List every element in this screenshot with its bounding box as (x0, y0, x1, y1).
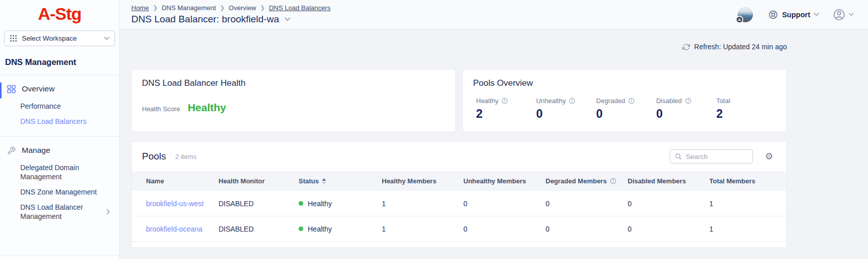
total-members-cell: 1 (709, 225, 786, 233)
stat-value: 0 (596, 107, 656, 121)
pool-name-link[interactable]: brookfield-oceana (146, 225, 202, 233)
info-icon[interactable] (569, 98, 575, 104)
workspace-avatar[interactable] (738, 7, 753, 22)
breadcrumb-separator-icon: ❯ (153, 5, 158, 11)
main-content: Refresh: Updated 24 min ago DNS Load Bal… (120, 29, 868, 259)
search-input[interactable] (686, 153, 748, 160)
workspace-selector[interactable]: Select Workspace (4, 30, 115, 46)
pool-name-link[interactable]: brookfield-us-west (146, 200, 204, 208)
stat-value: 0 (656, 107, 716, 121)
breadcrumb-link[interactable]: DNS Load Balancers (269, 4, 330, 12)
refresh-label: Refresh: Updated 24 min ago (694, 43, 787, 51)
stat-value: 2 (476, 107, 536, 121)
user-icon (833, 8, 846, 21)
stat-value: 2 (716, 107, 776, 121)
info-icon[interactable] (628, 98, 635, 104)
sort-icon[interactable] (322, 178, 326, 184)
stat-label-row: Disabled (656, 97, 716, 105)
unhealthy-members-cell: 0 (463, 200, 546, 208)
column-header[interactable]: Healthy Members (382, 177, 463, 185)
health-score-label: Health Score (142, 105, 180, 113)
sidebar-subnav-label: DNS Load Balancer Management (20, 203, 83, 220)
manage-subnav: Delegated Domain Management DNS Zone Man… (0, 159, 119, 229)
card-title: DNS Load Balancer Health (142, 78, 445, 88)
refresh-button[interactable]: Refresh: Updated 24 min ago (131, 43, 787, 51)
column-header[interactable]: Name (146, 177, 219, 185)
table-row: brookfield-oceana DISABLED Healthy 1 0 0… (132, 216, 786, 242)
breadcrumb: ❯ Home ❯ DNS Management ❯ Overview ❯ DNS… (131, 4, 331, 12)
stat-label: Unhealthy (536, 97, 566, 105)
stat-block: Total 2 (716, 97, 776, 121)
stat-label: Total (716, 97, 730, 105)
nav-group-label: Overview (22, 84, 55, 93)
info-icon[interactable] (685, 98, 692, 104)
healthy-members-cell: 1 (382, 200, 463, 208)
total-members-cell: 1 (709, 200, 786, 208)
breadcrumb-separator-icon: ❯ (220, 5, 225, 11)
pools-stats-row: Healthy 2 Unhea (476, 97, 776, 121)
app-logo: A-Stg (0, 0, 119, 24)
product-title: DNS Management (5, 57, 114, 67)
column-header-label: Disabled Members (628, 177, 686, 185)
page-title-row: DNS Load Balancer: brookfield-wa (131, 14, 331, 25)
page-title: DNS Load Balancer: brookfield-wa (131, 14, 279, 25)
info-icon[interactable] (610, 178, 617, 184)
column-header-label: Total Members (709, 177, 755, 185)
topbar-left: ❯ Home ❯ DNS Management ❯ Overview ❯ DNS… (131, 4, 331, 25)
pools-table-header: Pools 2 items ⚙ (132, 142, 786, 171)
sidebar-subnav-label: Delegated Domain Management (20, 164, 79, 181)
chevron-down-icon (814, 13, 819, 16)
stat-label-row: Total (716, 97, 776, 105)
sidebar-subnav-item[interactable]: DNS Zone Management (0, 184, 119, 200)
grid-dots-icon (10, 35, 17, 42)
column-header[interactable]: Degraded Members (546, 177, 628, 185)
column-header-label: Health Monitor (219, 177, 265, 185)
breadcrumb-link[interactable]: Overview (229, 4, 256, 12)
stat-block: Disabled 0 (656, 97, 716, 121)
divider (0, 75, 119, 75)
grid-squares-icon (7, 85, 16, 93)
sidebar-subnav-item[interactable]: Performance (0, 99, 119, 114)
degraded-members-cell: 0 (546, 200, 628, 208)
table-row: brookfield-us-west DISABLED Healthy 1 0 … (132, 191, 786, 216)
breadcrumb-link[interactable]: Home (131, 4, 149, 12)
status-dot-icon (299, 226, 303, 231)
column-header[interactable]: Unhealthy Members (463, 177, 546, 185)
status-label: Healthy (308, 200, 332, 208)
stat-label: Degraded (596, 97, 625, 105)
chevron-down-icon (104, 37, 110, 40)
sidebar-item-overview[interactable]: Overview (0, 80, 119, 98)
nav-group-overview: Overview Performance DNS Load Balancers (0, 80, 119, 134)
info-icon[interactable] (501, 98, 508, 104)
breadcrumb-link[interactable]: DNS Management (162, 4, 216, 12)
table-body: brookfield-us-west DISABLED Healthy 1 0 … (132, 191, 786, 242)
sidebar-subnav-item[interactable]: DNS Load Balancers (0, 114, 119, 129)
chevron-down-icon (849, 13, 854, 16)
column-header-label: Healthy Members (382, 177, 437, 185)
stat-label: Healthy (476, 97, 498, 105)
column-header[interactable]: Health Monitor (219, 177, 299, 185)
sidebar: A-Stg Select Workspace DNS Management (0, 0, 120, 259)
breadcrumb-item: ❯ Overview (220, 4, 256, 12)
sidebar-subnav-item[interactable]: Delegated Domain Management (0, 160, 119, 184)
column-header-label: Degraded Members (546, 177, 607, 185)
stat-label-row: Healthy (476, 97, 536, 105)
gear-icon[interactable]: ⚙ (765, 152, 773, 161)
stat-label-row: Degraded (596, 97, 656, 105)
support-menu[interactable]: Support (768, 10, 819, 20)
chevron-down-icon[interactable] (284, 17, 291, 21)
card-title: Pools Overview (473, 78, 776, 88)
pools-overview-card: Pools Overview Healthy (462, 69, 787, 132)
divider (0, 136, 119, 137)
column-header[interactable]: Disabled Members (628, 177, 709, 185)
health-monitor-cell: DISABLED (219, 200, 299, 208)
user-menu[interactable] (833, 8, 854, 21)
summary-cards-row: DNS Load Balancer Health Health Score He… (131, 69, 787, 132)
nav-group-manage: Manage Delegated Domain Management DNS Z… (0, 142, 119, 229)
sidebar-item-manage[interactable]: Manage (0, 142, 119, 159)
column-header[interactable]: Total Members (709, 177, 786, 185)
health-score-row: Health Score Healthy (142, 102, 445, 114)
sidebar-subnav-item[interactable]: DNS Load Balancer Management (0, 200, 119, 224)
status-cell: Healthy (299, 200, 382, 208)
column-header[interactable]: Status (299, 177, 382, 185)
